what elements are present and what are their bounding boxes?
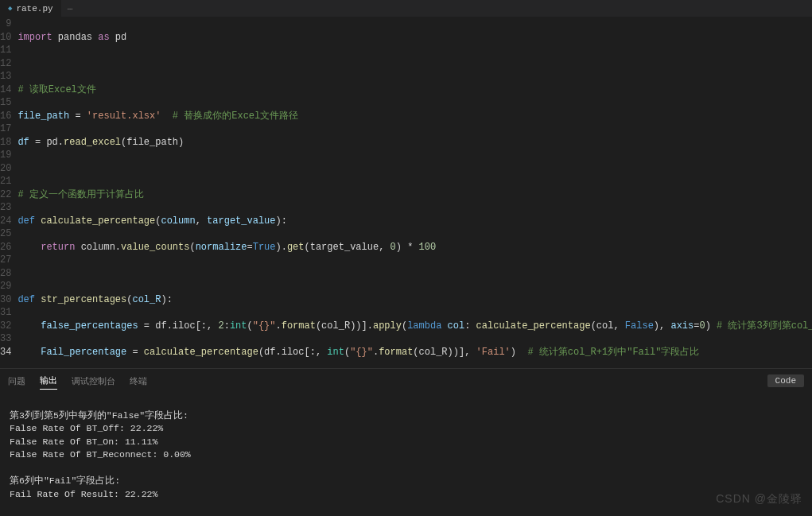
code-content[interactable]: import pandas as pd # 读取Excel文件 file_pat… (17, 17, 812, 368)
output-line: False Rate Of BT_Reconnect: 0.00% (10, 449, 191, 460)
output-source-dropdown[interactable]: Code (767, 374, 804, 387)
output-content[interactable]: 第3列到第5列中每列的"False"字段占比: False Rate Of BT… (0, 390, 812, 516)
output-line: False Rate Of BT_Off: 22.22% (10, 423, 163, 433)
panel-tab-terminal[interactable]: 终端 (130, 373, 147, 390)
output-line: 第3列到第5列中每列的"False"字段占比: (10, 410, 188, 421)
code-editor[interactable]: 9101112131415161718192021222324252627282… (0, 17, 812, 368)
tab-filename: rate.py (16, 4, 52, 14)
output-line: False Rate Of BT_On: 11.11% (10, 436, 157, 447)
editor-tab-ratepy[interactable]: ◆ rate.py (0, 0, 61, 17)
bottom-panel: 问题 输出 调试控制台 终端 Code 第3列到第5列中每列的"False"字段… (0, 368, 812, 516)
breadcrumb-overflow[interactable]: … (61, 0, 80, 17)
tab-bar: ◆ rate.py … (0, 0, 812, 17)
panel-tab-output[interactable]: 输出 (40, 372, 57, 390)
panel-tab-debug[interactable]: 调试控制台 (72, 373, 115, 390)
panel-tab-problems[interactable]: 问题 (8, 373, 25, 390)
panel-tab-bar: 问题 输出 调试控制台 终端 Code (0, 369, 812, 390)
watermark: CSDN @金陵驿 (716, 492, 802, 506)
output-line: 第6列中"Fail"字段占比: (10, 475, 120, 486)
python-file-icon: ◆ (8, 4, 12, 13)
line-number-gutter: 9101112131415161718192021222324252627282… (0, 17, 17, 368)
output-line: Fail Rate Of Result: 22.22% (10, 489, 157, 499)
